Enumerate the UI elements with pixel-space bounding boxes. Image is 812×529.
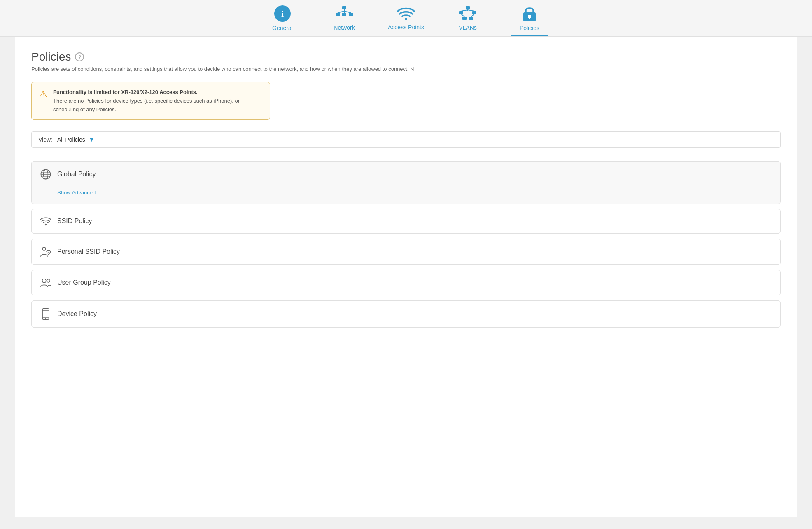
chevron-down-icon: ▼ [89,136,95,143]
svg-rect-3 [336,13,340,16]
svg-rect-10 [466,6,470,9]
nav-network-label: Network [334,24,355,31]
svg-point-36 [45,318,46,319]
personal-ssid-policy-title: Personal SSID Policy [57,248,120,255]
svg-point-28 [45,224,47,225]
personal-ssid-policy-section: Personal SSID Policy [31,239,781,265]
lock-icon [522,5,537,22]
user-group-policy-title: User Group Policy [57,279,111,286]
view-dropdown-value: All Policies [57,136,85,143]
nav-vlans-label: VLANs [459,24,477,31]
personal-ssid-policy-header[interactable]: Personal SSID Policy [32,239,780,264]
svg-rect-13 [462,17,467,20]
network-icon [335,5,353,22]
svg-rect-5 [349,13,353,16]
top-navigation: i General Network [0,0,812,37]
svg-line-7 [338,11,344,13]
user-group-policy-section: User Group Policy [31,270,781,295]
nav-vlans[interactable]: VLANs [449,5,486,36]
global-policy-header[interactable]: Global Policy [32,162,780,187]
help-icon[interactable]: ? [75,52,84,61]
svg-point-32 [47,279,50,282]
ssid-wifi-icon [40,217,51,226]
svg-rect-2 [342,6,346,9]
device-policy-section: Device Policy [31,300,781,328]
nav-access-points[interactable]: Access Points [387,6,425,35]
globe-icon [40,169,51,180]
info-icon: i [274,5,291,22]
ssid-policy-section: SSID Policy [31,209,781,234]
svg-rect-22 [529,16,530,19]
device-policy-header[interactable]: Device Policy [32,301,780,327]
nav-policies[interactable]: Policies [511,5,548,36]
global-policy-body: Show Advanced [32,187,780,204]
svg-text:i: i [281,9,284,19]
nav-network[interactable]: Network [326,5,363,36]
user-group-policy-header[interactable]: User Group Policy [32,270,780,295]
svg-rect-14 [469,17,473,20]
device-icon [40,308,51,320]
nav-general[interactable]: i General [264,5,301,36]
vlans-icon [459,5,477,22]
nav-policies-label: Policies [520,25,539,31]
nav-general-label: General [272,25,293,31]
svg-line-17 [468,10,474,11]
ssid-policy-title: SSID Policy [57,218,92,225]
page-subtitle: Policies are sets of conditions, constra… [31,66,781,72]
svg-line-19 [471,14,474,17]
personal-ssid-icon [40,246,51,257]
svg-rect-4 [342,13,346,16]
wifi-large-icon [397,6,415,21]
svg-line-16 [461,10,468,11]
svg-point-31 [42,279,46,283]
page-title: Policies [31,50,71,63]
svg-point-9 [405,18,407,20]
view-dropdown[interactable]: All Policies ▼ [57,136,95,143]
svg-point-29 [42,247,46,250]
users-icon [40,278,51,288]
svg-line-18 [461,14,464,17]
warning-triangle-icon: ⚠ [39,89,47,100]
main-content: Policies ? Policies are sets of conditio… [15,37,797,517]
view-bar: View: All Policies ▼ [31,131,781,148]
view-label: View: [38,136,52,143]
warning-box: ⚠ Functionality is limited for XR-320/X2… [31,82,270,120]
svg-point-30 [48,254,49,255]
global-policy-section: Global Policy Show Advanced [31,161,781,204]
nav-access-points-label: Access Points [388,24,424,30]
svg-rect-11 [459,11,463,14]
warning-line1: Functionality is limited for XR-320/X2-1… [53,89,198,95]
global-policy-title: Global Policy [57,171,96,178]
warning-line2: There are no Policies for device types (… [53,98,240,112]
svg-line-8 [344,11,351,13]
page-title-row: Policies ? [31,50,781,63]
svg-rect-12 [472,11,476,14]
show-advanced-button[interactable]: Show Advanced [57,190,96,196]
device-policy-title: Device Policy [57,310,97,318]
ssid-policy-header[interactable]: SSID Policy [32,209,780,233]
warning-text: Functionality is limited for XR-320/X2-1… [53,88,262,114]
